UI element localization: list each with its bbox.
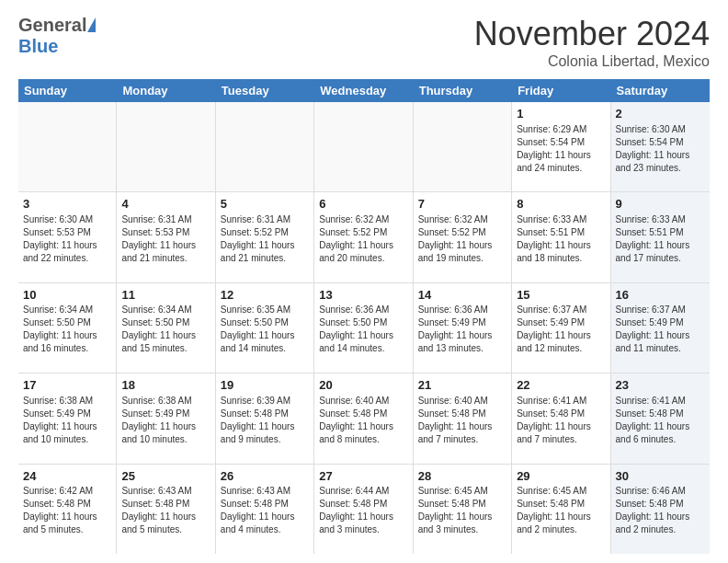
logo-line1: General bbox=[18, 15, 96, 36]
day-number: 6 bbox=[319, 196, 407, 213]
calendar-week-row: 3Sunrise: 6:30 AM Sunset: 5:53 PM Daylig… bbox=[18, 192, 710, 282]
day-info: Sunrise: 6:33 AM Sunset: 5:51 PM Dayligh… bbox=[616, 213, 705, 265]
calendar-header-day: Thursday bbox=[414, 79, 512, 102]
logo-block: General Blue bbox=[18, 15, 96, 57]
calendar-cell: 23Sunrise: 6:41 AM Sunset: 5:48 PM Dayli… bbox=[611, 373, 710, 463]
day-info: Sunrise: 6:43 AM Sunset: 5:48 PM Dayligh… bbox=[221, 485, 309, 536]
day-number: 30 bbox=[616, 468, 705, 485]
day-number: 20 bbox=[319, 377, 407, 394]
calendar-cell: 25Sunrise: 6:43 AM Sunset: 5:48 PM Dayli… bbox=[117, 465, 215, 554]
calendar-header: SundayMondayTuesdayWednesdayThursdayFrid… bbox=[18, 79, 710, 102]
day-info: Sunrise: 6:43 AM Sunset: 5:48 PM Dayligh… bbox=[121, 485, 210, 536]
day-info: Sunrise: 6:32 AM Sunset: 5:52 PM Dayligh… bbox=[418, 213, 506, 265]
day-number: 5 bbox=[221, 196, 309, 213]
calendar-cell: 13Sunrise: 6:36 AM Sunset: 5:50 PM Dayli… bbox=[314, 283, 413, 373]
calendar-cell: 17Sunrise: 6:38 AM Sunset: 5:49 PM Dayli… bbox=[18, 373, 117, 463]
day-number: 25 bbox=[121, 468, 210, 485]
calendar-header-day: Monday bbox=[117, 79, 215, 102]
day-number: 10 bbox=[23, 287, 111, 304]
day-number: 17 bbox=[23, 377, 111, 394]
day-info: Sunrise: 6:29 AM Sunset: 5:54 PM Dayligh… bbox=[517, 123, 605, 175]
calendar-cell: 3Sunrise: 6:30 AM Sunset: 5:53 PM Daylig… bbox=[18, 192, 117, 282]
day-number: 22 bbox=[517, 377, 605, 394]
calendar-cell: 22Sunrise: 6:41 AM Sunset: 5:48 PM Dayli… bbox=[512, 373, 610, 463]
day-number: 26 bbox=[221, 468, 309, 485]
logo: General Blue bbox=[18, 15, 96, 57]
day-number: 8 bbox=[517, 196, 605, 213]
calendar-header-day: Saturday bbox=[611, 79, 710, 102]
day-number: 23 bbox=[616, 377, 705, 394]
calendar-cell: 2Sunrise: 6:30 AM Sunset: 5:54 PM Daylig… bbox=[611, 102, 710, 191]
calendar-week-row: 10Sunrise: 6:34 AM Sunset: 5:50 PM Dayli… bbox=[18, 283, 710, 373]
calendar-week-row: 17Sunrise: 6:38 AM Sunset: 5:49 PM Dayli… bbox=[18, 373, 710, 464]
calendar-cell bbox=[117, 102, 215, 191]
day-info: Sunrise: 6:33 AM Sunset: 5:51 PM Dayligh… bbox=[517, 213, 605, 265]
day-info: Sunrise: 6:39 AM Sunset: 5:48 PM Dayligh… bbox=[221, 395, 309, 446]
logo-line2: Blue bbox=[18, 36, 96, 57]
day-number: 12 bbox=[221, 287, 309, 304]
logo-general-text: General bbox=[18, 15, 86, 35]
calendar-cell: 29Sunrise: 6:45 AM Sunset: 5:48 PM Dayli… bbox=[512, 465, 610, 554]
day-number: 27 bbox=[319, 468, 407, 485]
calendar-header-day: Sunday bbox=[18, 79, 117, 102]
day-number: 28 bbox=[418, 468, 506, 485]
day-info: Sunrise: 6:40 AM Sunset: 5:48 PM Dayligh… bbox=[319, 395, 407, 446]
calendar-cell: 10Sunrise: 6:34 AM Sunset: 5:50 PM Dayli… bbox=[18, 283, 117, 373]
page-container: General Blue November 2024 Colonia Liber… bbox=[0, 0, 728, 563]
calendar-cell bbox=[18, 102, 117, 191]
day-info: Sunrise: 6:30 AM Sunset: 5:54 PM Dayligh… bbox=[616, 123, 705, 175]
day-info: Sunrise: 6:30 AM Sunset: 5:53 PM Dayligh… bbox=[23, 213, 111, 265]
day-info: Sunrise: 6:36 AM Sunset: 5:49 PM Dayligh… bbox=[418, 304, 506, 355]
calendar-cell bbox=[216, 102, 314, 191]
day-number: 7 bbox=[418, 196, 506, 213]
calendar-body: 1Sunrise: 6:29 AM Sunset: 5:54 PM Daylig… bbox=[18, 102, 710, 554]
calendar-cell: 6Sunrise: 6:32 AM Sunset: 5:52 PM Daylig… bbox=[314, 192, 413, 282]
calendar-cell: 11Sunrise: 6:34 AM Sunset: 5:50 PM Dayli… bbox=[117, 283, 215, 373]
calendar-week-row: 1Sunrise: 6:29 AM Sunset: 5:54 PM Daylig… bbox=[18, 102, 710, 192]
calendar-cell: 30Sunrise: 6:46 AM Sunset: 5:48 PM Dayli… bbox=[611, 465, 710, 554]
location: Colonia Libertad, Mexico bbox=[474, 53, 710, 70]
calendar-cell: 16Sunrise: 6:37 AM Sunset: 5:49 PM Dayli… bbox=[611, 283, 710, 373]
calendar-week-row: 24Sunrise: 6:42 AM Sunset: 5:48 PM Dayli… bbox=[18, 465, 710, 554]
calendar-cell: 24Sunrise: 6:42 AM Sunset: 5:48 PM Dayli… bbox=[18, 465, 117, 554]
day-number: 3 bbox=[23, 196, 111, 213]
day-info: Sunrise: 6:34 AM Sunset: 5:50 PM Dayligh… bbox=[23, 304, 111, 355]
day-info: Sunrise: 6:41 AM Sunset: 5:48 PM Dayligh… bbox=[517, 395, 605, 446]
day-info: Sunrise: 6:38 AM Sunset: 5:49 PM Dayligh… bbox=[121, 395, 210, 446]
day-info: Sunrise: 6:40 AM Sunset: 5:48 PM Dayligh… bbox=[418, 395, 506, 446]
calendar-header-day: Friday bbox=[512, 79, 610, 102]
day-number: 4 bbox=[121, 196, 210, 213]
day-info: Sunrise: 6:45 AM Sunset: 5:48 PM Dayligh… bbox=[517, 485, 605, 536]
day-info: Sunrise: 6:44 AM Sunset: 5:48 PM Dayligh… bbox=[319, 485, 407, 536]
day-number: 29 bbox=[517, 468, 605, 485]
day-info: Sunrise: 6:35 AM Sunset: 5:50 PM Dayligh… bbox=[221, 304, 309, 355]
day-info: Sunrise: 6:31 AM Sunset: 5:52 PM Dayligh… bbox=[221, 213, 309, 265]
day-info: Sunrise: 6:42 AM Sunset: 5:48 PM Dayligh… bbox=[23, 485, 111, 536]
day-info: Sunrise: 6:45 AM Sunset: 5:48 PM Dayligh… bbox=[418, 485, 506, 536]
calendar-header-day: Wednesday bbox=[314, 79, 413, 102]
day-number: 15 bbox=[517, 287, 605, 304]
day-info: Sunrise: 6:41 AM Sunset: 5:48 PM Dayligh… bbox=[616, 395, 705, 446]
day-info: Sunrise: 6:46 AM Sunset: 5:48 PM Dayligh… bbox=[616, 485, 705, 536]
day-number: 11 bbox=[121, 287, 210, 304]
day-number: 14 bbox=[418, 287, 506, 304]
calendar-cell: 1Sunrise: 6:29 AM Sunset: 5:54 PM Daylig… bbox=[512, 102, 610, 191]
calendar-cell: 18Sunrise: 6:38 AM Sunset: 5:49 PM Dayli… bbox=[117, 373, 215, 463]
calendar-cell: 5Sunrise: 6:31 AM Sunset: 5:52 PM Daylig… bbox=[216, 192, 314, 282]
day-number: 18 bbox=[121, 377, 210, 394]
day-number: 24 bbox=[23, 468, 111, 485]
calendar-cell: 20Sunrise: 6:40 AM Sunset: 5:48 PM Dayli… bbox=[314, 373, 413, 463]
day-number: 13 bbox=[319, 287, 407, 304]
day-number: 16 bbox=[616, 287, 705, 304]
day-info: Sunrise: 6:36 AM Sunset: 5:50 PM Dayligh… bbox=[319, 304, 407, 355]
calendar-cell: 26Sunrise: 6:43 AM Sunset: 5:48 PM Dayli… bbox=[216, 465, 314, 554]
day-info: Sunrise: 6:38 AM Sunset: 5:49 PM Dayligh… bbox=[23, 395, 111, 446]
calendar-cell: 4Sunrise: 6:31 AM Sunset: 5:53 PM Daylig… bbox=[117, 192, 215, 282]
calendar-header-day: Tuesday bbox=[216, 79, 314, 102]
calendar-cell bbox=[314, 102, 413, 191]
header: General Blue November 2024 Colonia Liber… bbox=[18, 15, 710, 70]
day-info: Sunrise: 6:31 AM Sunset: 5:53 PM Dayligh… bbox=[121, 213, 210, 265]
day-info: Sunrise: 6:32 AM Sunset: 5:52 PM Dayligh… bbox=[319, 213, 407, 265]
calendar-cell: 7Sunrise: 6:32 AM Sunset: 5:52 PM Daylig… bbox=[414, 192, 512, 282]
day-info: Sunrise: 6:37 AM Sunset: 5:49 PM Dayligh… bbox=[616, 304, 705, 355]
